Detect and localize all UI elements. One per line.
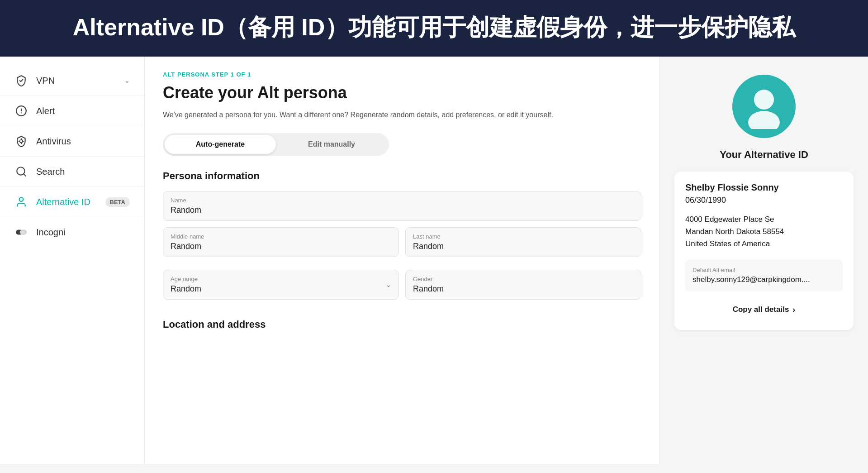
form-description: We've generated a persona for you. Want … xyxy=(163,110,641,120)
chevron-down-icon: ⌄ xyxy=(124,77,130,84)
name-value: Random xyxy=(171,205,634,215)
id-card-address: 4000 Edgewater Place Se Mandan North Dak… xyxy=(685,213,843,250)
tab-auto-generate[interactable]: Auto-generate xyxy=(165,135,276,154)
middle-name-field[interactable]: Middle name Random xyxy=(163,227,399,257)
svg-point-8 xyxy=(19,197,24,201)
gender-value: Random xyxy=(413,284,634,294)
age-range-field[interactable]: Age range Random ⌄ xyxy=(163,270,399,300)
email-label: Default Alt email xyxy=(693,267,835,273)
gender-field[interactable]: Gender Random xyxy=(405,270,641,300)
svg-point-12 xyxy=(748,111,780,129)
age-gender-row: Age range Random ⌄ Gender Random xyxy=(163,270,641,306)
banner-text: Alternative ID（备用 ID）功能可用于创建虚假身份，进一步保护隐私 xyxy=(73,14,796,40)
middle-name-value: Random xyxy=(171,242,391,251)
email-value: shelby.sonny129@carpkingdom.... xyxy=(693,275,835,284)
content-area: ALT PERSONA STEP 1 OF 1 Create your Alt … xyxy=(145,57,868,464)
sidebar-item-alert[interactable]: Alert xyxy=(0,96,144,126)
sidebar-item-alternative-id[interactable]: Alternative ID BETA xyxy=(0,187,144,217)
svg-line-7 xyxy=(24,174,26,176)
middle-name-label: Middle name xyxy=(171,233,391,240)
top-banner: Alternative ID（备用 ID）功能可用于创建虚假身份，进一步保护隐私 xyxy=(0,0,868,57)
last-name-label: Last name xyxy=(413,233,634,240)
form-panel: ALT PERSONA STEP 1 OF 1 Create your Alt … xyxy=(145,57,660,464)
avatar-container xyxy=(674,75,854,138)
age-range-value: Random xyxy=(171,284,386,294)
incogni-icon xyxy=(14,225,28,239)
sidebar-item-antivirus[interactable]: Antivirus xyxy=(0,126,144,157)
toggle-tabs: Auto-generate Edit manually xyxy=(163,133,389,156)
sidebar-label-alternative-id: Alternative ID xyxy=(36,197,95,207)
persona-section-title: Persona information xyxy=(163,170,641,182)
form-title: Create your Alt persona xyxy=(163,83,641,102)
step-label: ALT PERSONA STEP 1 OF 1 xyxy=(163,71,641,78)
address-line3: United States of America xyxy=(685,239,770,248)
age-range-label: Age range xyxy=(171,276,386,282)
address-line1: 4000 Edgewater Place Se xyxy=(685,215,774,224)
age-range-chevron-icon: ⌄ xyxy=(386,281,391,288)
search-icon xyxy=(14,165,28,178)
right-panel-title: Your Alternative ID xyxy=(674,149,854,161)
last-name-value: Random xyxy=(413,242,634,251)
id-card-dob: 06/30/1990 xyxy=(685,196,843,205)
sidebar-label-incogni: Incogni xyxy=(36,227,130,238)
alt-id-icon xyxy=(14,195,28,209)
sidebar-item-vpn[interactable]: VPN ⌄ xyxy=(0,66,144,96)
last-name-field[interactable]: Last name Random xyxy=(405,227,641,257)
id-card: Shelby Flossie Sonny 06/30/1990 4000 Edg… xyxy=(674,172,854,330)
sidebar-item-incogni[interactable]: Incogni xyxy=(0,217,144,247)
antivirus-icon xyxy=(14,134,28,148)
shield-icon xyxy=(14,74,28,87)
sidebar-item-search[interactable]: Search xyxy=(0,157,144,187)
location-section-title: Location and address xyxy=(163,319,641,330)
main-layout: VPN ⌄ Alert xyxy=(0,57,868,464)
name-field[interactable]: Name Random xyxy=(163,191,641,221)
alert-icon xyxy=(14,104,28,118)
right-panel: Your Alternative ID Shelby Flossie Sonny… xyxy=(660,57,868,464)
sidebar: VPN ⌄ Alert xyxy=(0,57,145,464)
address-line2: Mandan North Dakota 58554 xyxy=(685,227,784,236)
svg-rect-10 xyxy=(20,230,26,234)
sidebar-label-search: Search xyxy=(36,167,130,177)
tab-edit-manually[interactable]: Edit manually xyxy=(276,135,387,154)
sidebar-label-vpn: VPN xyxy=(36,76,116,86)
sidebar-label-alert: Alert xyxy=(36,106,130,116)
copy-all-button[interactable]: Copy all details › xyxy=(685,301,843,319)
sidebar-label-antivirus: Antivirus xyxy=(36,136,130,147)
middle-last-name-row: Middle name Random Last name Random xyxy=(163,227,641,263)
name-label: Name xyxy=(171,197,634,204)
gender-label: Gender xyxy=(413,276,634,282)
beta-badge: BETA xyxy=(105,197,130,207)
svg-point-11 xyxy=(754,90,774,110)
copy-all-label: Copy all details xyxy=(733,305,789,314)
id-card-name: Shelby Flossie Sonny xyxy=(685,182,843,193)
chevron-right-icon: › xyxy=(792,305,795,315)
avatar xyxy=(732,75,796,138)
email-section: Default Alt email shelby.sonny129@carpki… xyxy=(685,259,843,291)
